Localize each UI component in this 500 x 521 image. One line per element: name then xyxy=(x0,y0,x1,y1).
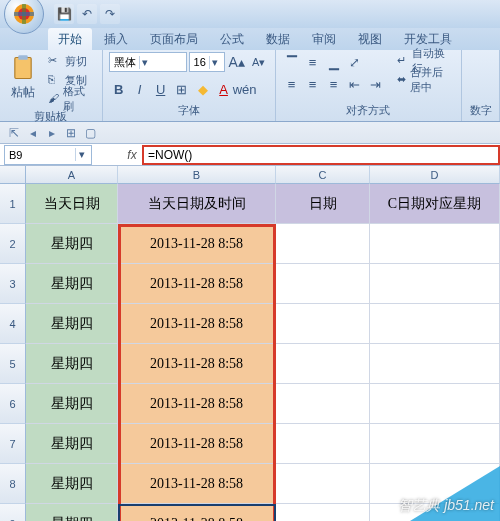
cell[interactable] xyxy=(370,384,500,424)
cut-button[interactable]: ✂剪切 xyxy=(45,52,96,70)
prev-icon[interactable]: ◂ xyxy=(25,125,41,141)
cell[interactable]: 星期四 xyxy=(26,264,118,304)
paste-label: 粘帖 xyxy=(6,84,41,101)
col-header-C[interactable]: C xyxy=(276,166,370,184)
chevron-down-icon: ▾ xyxy=(75,148,87,161)
border-button[interactable]: ⊞ xyxy=(172,79,192,99)
cell[interactable] xyxy=(276,504,370,521)
align-left-button[interactable]: ≡ xyxy=(282,74,302,94)
tab-view[interactable]: 视图 xyxy=(348,28,392,50)
scissors-icon: ✂ xyxy=(48,54,62,68)
cell[interactable]: 日期 xyxy=(276,184,370,224)
font-name-combo[interactable]: 黑体▾ xyxy=(109,52,187,72)
cell[interactable] xyxy=(276,264,370,304)
cell[interactable] xyxy=(276,344,370,384)
cell[interactable]: 星期四 xyxy=(26,424,118,464)
row-header[interactable]: 5 xyxy=(0,344,26,384)
col-header-D[interactable]: D xyxy=(370,166,500,184)
ribbon: 粘帖 ✂剪切 ⎘复制 🖌格式刷 剪贴板 黑体▾ 16▾ A▴ A▾ B I U … xyxy=(0,50,500,122)
group-label: 剪贴板 xyxy=(6,108,96,125)
align-middle-button[interactable]: ≡ xyxy=(303,52,323,72)
cell[interactable] xyxy=(370,344,500,384)
row-header[interactable]: 2 xyxy=(0,224,26,264)
group-alignment: ▔ ≡ ▁ ⤢ ≡ ≡ ≡ ⇤ ⇥ ↵自动换行 ⬌合并后居中 xyxy=(276,50,463,121)
row-header[interactable]: 8 xyxy=(0,464,26,504)
col-header-B[interactable]: B xyxy=(118,166,276,184)
cell[interactable]: 2013-11-28 8:58 xyxy=(118,384,276,424)
cell[interactable]: 星期四 xyxy=(26,464,118,504)
align-center-button[interactable]: ≡ xyxy=(303,74,323,94)
tab-home[interactable]: 开始 xyxy=(48,28,92,50)
cell[interactable]: 2013-11-28 8:58 xyxy=(118,464,276,504)
align-right-button[interactable]: ≡ xyxy=(324,74,344,94)
name-box[interactable]: B9▾ xyxy=(4,145,92,165)
cell[interactable]: 星期四 xyxy=(26,224,118,264)
tab-formulas[interactable]: 公式 xyxy=(210,28,254,50)
row-header[interactable]: 9 xyxy=(0,504,26,521)
cell[interactable] xyxy=(276,384,370,424)
format-painter-button[interactable]: 🖌格式刷 xyxy=(45,90,96,108)
cell[interactable] xyxy=(370,304,500,344)
underline-button[interactable]: U xyxy=(151,79,171,99)
paste-button[interactable]: 粘帖 xyxy=(6,52,41,101)
cell[interactable] xyxy=(370,424,500,464)
cell[interactable]: 当天日期及时间 xyxy=(118,184,276,224)
align-top-button[interactable]: ▔ xyxy=(282,52,302,72)
col-header-A[interactable]: A xyxy=(26,166,118,184)
cell[interactable] xyxy=(276,424,370,464)
undo-icon[interactable]: ↶ xyxy=(77,4,97,24)
first-icon[interactable]: ⇱ xyxy=(6,125,22,141)
pane-icon[interactable]: ▢ xyxy=(82,125,98,141)
redo-icon[interactable]: ↷ xyxy=(100,4,120,24)
bold-button[interactable]: B xyxy=(109,79,129,99)
cell[interactable]: 星期四 xyxy=(26,304,118,344)
shrink-font-button[interactable]: A▾ xyxy=(249,52,269,72)
fill-color-button[interactable]: ◆ xyxy=(193,79,213,99)
group-label: 数字 xyxy=(468,102,493,119)
cell[interactable] xyxy=(276,304,370,344)
title-bar: 💾 ↶ ↷ xyxy=(0,0,500,28)
cell[interactable]: 星期四 xyxy=(26,384,118,424)
cell[interactable]: 当天日期 xyxy=(26,184,118,224)
cell[interactable]: 2013-11-28 8:58 xyxy=(118,224,276,264)
fx-icon[interactable]: fx xyxy=(122,148,142,162)
cell[interactable] xyxy=(276,224,370,264)
cell[interactable] xyxy=(370,224,500,264)
tab-review[interactable]: 审阅 xyxy=(302,28,346,50)
select-all-corner[interactable] xyxy=(0,166,26,184)
font-color-button[interactable]: A xyxy=(214,79,234,99)
indent-dec-button[interactable]: ⇤ xyxy=(345,74,365,94)
merge-center-button[interactable]: ⬌合并后居中 xyxy=(394,71,456,89)
row-header[interactable]: 3 xyxy=(0,264,26,304)
next-icon[interactable]: ▸ xyxy=(44,125,60,141)
cell[interactable] xyxy=(276,464,370,504)
cell[interactable]: C日期对应星期 xyxy=(370,184,500,224)
cell[interactable]: 2013-11-28 8:58 xyxy=(118,504,276,521)
cell[interactable]: 2013-11-28 8:58 xyxy=(118,264,276,304)
tab-data[interactable]: 数据 xyxy=(256,28,300,50)
indent-inc-button[interactable]: ⇥ xyxy=(366,74,386,94)
sheets-icon[interactable]: ⊞ xyxy=(63,125,79,141)
align-bottom-button[interactable]: ▁ xyxy=(324,52,344,72)
grow-font-button[interactable]: A▴ xyxy=(227,52,247,72)
row-header[interactable]: 7 xyxy=(0,424,26,464)
formula-bar: B9▾ fx =NOW() xyxy=(0,144,500,166)
row-header[interactable]: 6 xyxy=(0,384,26,424)
formula-input[interactable]: =NOW() xyxy=(142,145,500,165)
tab-insert[interactable]: 插入 xyxy=(94,28,138,50)
row-header[interactable]: 4 xyxy=(0,304,26,344)
orientation-button[interactable]: ⤢ xyxy=(345,52,365,72)
tab-layout[interactable]: 页面布局 xyxy=(140,28,208,50)
cell[interactable]: 星期四 xyxy=(26,344,118,384)
cell[interactable]: 星期四 xyxy=(26,504,118,521)
cell[interactable]: 2013-11-28 8:58 xyxy=(118,304,276,344)
font-size-combo[interactable]: 16▾ xyxy=(189,52,225,72)
phonetic-button[interactable]: wén xyxy=(235,79,255,99)
save-icon[interactable]: 💾 xyxy=(54,4,74,24)
cell[interactable]: 2013-11-28 8:58 xyxy=(118,344,276,384)
cell[interactable]: 2013-11-28 8:58 xyxy=(118,424,276,464)
italic-button[interactable]: I xyxy=(130,79,150,99)
office-button[interactable] xyxy=(4,0,44,34)
row-header[interactable]: 1 xyxy=(0,184,26,224)
cell[interactable] xyxy=(370,264,500,304)
